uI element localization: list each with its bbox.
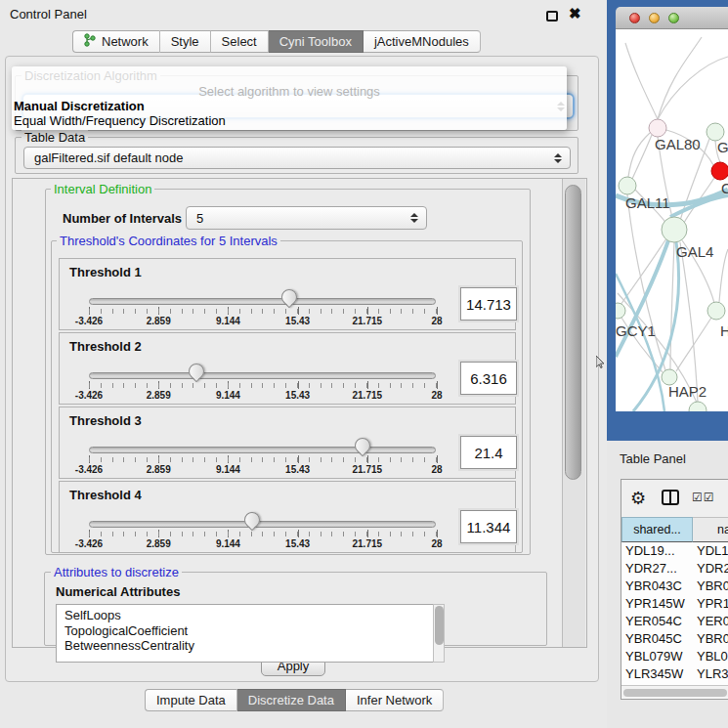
slider-ticks bbox=[89, 457, 437, 462]
slider-tick-labels: -3.4262.8599.14415.4321.71528 bbox=[89, 538, 437, 550]
minimize-traffic-light-icon[interactable] bbox=[649, 13, 660, 23]
network-node-labels: GAL80GACGAL11GAL4GCY1HHAP2 bbox=[616, 136, 728, 400]
threshold-label: Threshold 1 bbox=[69, 265, 142, 279]
node-label: GAL4 bbox=[676, 243, 713, 260]
interval-definition-title: Interval Definition bbox=[51, 182, 154, 196]
slider-track[interactable] bbox=[89, 447, 436, 453]
number-of-intervals-value: 5 bbox=[196, 211, 203, 226]
network-node-H[interactable] bbox=[707, 302, 725, 320]
node-label: HAP2 bbox=[668, 383, 707, 400]
threshold-panel-1: Threshold 1-3.4262.8599.14415.4321.71528… bbox=[59, 258, 516, 330]
select-columns-icon[interactable]: ☑☑ bbox=[692, 491, 715, 504]
attribute-item[interactable]: SelfLoops bbox=[64, 608, 444, 623]
network-node-GCY1[interactable] bbox=[616, 303, 625, 319]
combo-arrows-icon bbox=[554, 153, 562, 163]
close-traffic-light-icon[interactable] bbox=[629, 13, 640, 23]
tab-impute-data[interactable]: Impute Data bbox=[145, 689, 237, 711]
table-panel-title: Table Panel bbox=[620, 451, 686, 466]
algorithm-dropdown-popup: Select algorithm to view settings Manual… bbox=[12, 66, 567, 130]
table-panel: Table Panel ⚙ ☑☑ shared... na YDL19...YD… bbox=[607, 441, 728, 728]
network-node-partial[interactable] bbox=[689, 402, 707, 411]
number-of-intervals-combobox[interactable]: 5 bbox=[186, 206, 427, 230]
control-panel-titlebar: Control Panel ✖ bbox=[0, 0, 606, 27]
attributes-scrollbar-thumb[interactable] bbox=[435, 606, 444, 645]
column-header-shared-name[interactable]: shared... bbox=[621, 517, 693, 542]
column-header-name[interactable]: na bbox=[693, 517, 728, 542]
network-node-GAL80[interactable] bbox=[649, 119, 666, 137]
threshold-label: Threshold 3 bbox=[69, 413, 142, 428]
attributes-group-title: Attributes to discretize bbox=[51, 565, 182, 579]
threshold-value-field[interactable]: 14.713 bbox=[460, 287, 517, 321]
threshold-panel-2: Threshold 2-3.4262.8599.14415.4321.71528… bbox=[59, 332, 516, 405]
float-icon[interactable] bbox=[546, 11, 558, 21]
table-data-value: galFiltered.sif default node bbox=[34, 150, 183, 165]
numerical-attributes-label: Numerical Attributes bbox=[56, 584, 180, 599]
network-node-GAL11[interactable] bbox=[619, 177, 636, 194]
tab-discretize-data[interactable]: Discretize Data bbox=[237, 689, 346, 711]
tab-style[interactable]: Style bbox=[160, 30, 211, 53]
split-columns-icon[interactable] bbox=[662, 490, 679, 505]
table-row[interactable]: YPR145WYPR1 bbox=[621, 595, 728, 613]
combo-arrows-icon bbox=[410, 213, 418, 223]
table-toolbar: ⚙ ☑☑ bbox=[621, 480, 728, 517]
slider-track[interactable] bbox=[89, 372, 436, 379]
slider-track[interactable] bbox=[89, 298, 436, 305]
settings-scrollbar-thumb[interactable] bbox=[565, 185, 581, 480]
slider-tick-labels: -3.4262.8599.14415.4321.71528 bbox=[89, 390, 437, 402]
node-label: GAL11 bbox=[625, 194, 670, 211]
network-icon bbox=[84, 33, 96, 50]
tab-infer-network[interactable]: Infer Network bbox=[346, 689, 444, 711]
tab-network[interactable]: Network bbox=[72, 30, 160, 53]
tab-jactivemnodules[interactable]: jActiveMNodules bbox=[364, 30, 481, 53]
table-data-title: Table Data bbox=[21, 130, 88, 145]
numerical-attributes-list[interactable]: SelfLoopsTopologicalCoefficientBetweenne… bbox=[56, 604, 445, 663]
number-of-intervals-label: Number of Intervals bbox=[63, 211, 182, 226]
algorithm-item-equal-width[interactable]: Equal Width/Frequency Discretization bbox=[12, 113, 567, 128]
table-row[interactable]: YER054CYER0 bbox=[621, 613, 728, 630]
thresholds-group-title: Threshold's Coordinates for 5 Intervals bbox=[57, 234, 280, 248]
slider-tick-labels: -3.4262.8599.14415.4321.71528 bbox=[89, 464, 437, 476]
table-row[interactable]: YLR345WYLR3 bbox=[621, 665, 728, 683]
slider-track[interactable] bbox=[89, 521, 436, 528]
table-row[interactable]: YBR045CYBR0 bbox=[621, 630, 728, 648]
gear-icon[interactable]: ⚙ bbox=[630, 488, 646, 509]
network-node-GAL4[interactable] bbox=[662, 217, 687, 242]
threshold-value-field[interactable]: 6.316 bbox=[460, 362, 517, 395]
network-window-titlebar[interactable] bbox=[616, 7, 728, 29]
mouse-cursor bbox=[596, 355, 606, 372]
tab-network-label: Network bbox=[102, 34, 149, 49]
table-horizontal-scrollbar[interactable] bbox=[621, 685, 728, 698]
table-hscrollbar-thumb[interactable] bbox=[623, 689, 727, 697]
table-row[interactable]: YBR043CYBR0 bbox=[621, 578, 728, 595]
top-tab-bar: Network Style Select Cyni Toolbox jActiv… bbox=[72, 30, 481, 53]
table-row[interactable]: YDL19...YDL1 bbox=[621, 542, 728, 560]
table-row[interactable]: YDR27...YDR2 bbox=[621, 560, 728, 578]
close-icon[interactable]: ✖ bbox=[569, 5, 581, 22]
network-node-C[interactable] bbox=[711, 162, 728, 180]
network-canvas[interactable]: GAL80GACGAL11GAL4GCY1HHAP2 bbox=[616, 29, 728, 411]
zoom-traffic-light-icon[interactable] bbox=[668, 13, 679, 23]
threshold-value-field[interactable]: 21.4 bbox=[460, 436, 517, 469]
threshold-value-field[interactable]: 11.344 bbox=[460, 510, 517, 543]
algorithm-hint-item[interactable]: Select algorithm to view settings bbox=[12, 85, 567, 99]
node-label: H bbox=[720, 322, 728, 339]
tab-select[interactable]: Select bbox=[211, 30, 269, 53]
table-container: ⚙ ☑☑ shared... na YDL19...YDL1YDR27...YD… bbox=[621, 479, 728, 700]
table-rows: YDL19...YDL1YDR27...YDR2YBR043CYBR0YPR14… bbox=[621, 542, 728, 675]
table-data-combobox[interactable]: galFiltered.sif default node bbox=[23, 147, 571, 169]
table-row[interactable]: YBL079WYBL0 bbox=[621, 648, 728, 665]
network-nodes[interactable] bbox=[616, 119, 728, 411]
tab-cyni-toolbox[interactable]: Cyni Toolbox bbox=[269, 30, 364, 53]
threshold-panel-4: Threshold 4-3.4262.8599.14415.4321.71528… bbox=[59, 481, 516, 553]
control-panel: Control Panel ✖ Network Style Select Cyn… bbox=[0, 0, 606, 728]
algorithm-item-manual[interactable]: Manual Discretization bbox=[12, 99, 567, 113]
threshold-label: Threshold 2 bbox=[69, 339, 142, 354]
node-label: GAL80 bbox=[655, 136, 701, 152]
slider-ticks bbox=[89, 309, 437, 314]
attribute-item[interactable]: BetweennessCentrality bbox=[64, 638, 444, 654]
slider-tick-labels: -3.4262.8599.14415.4321.71528 bbox=[89, 316, 437, 327]
bottom-tab-bar: Impute Data Discretize Data Infer Networ… bbox=[145, 689, 444, 711]
threshold-panel-3: Threshold 3-3.4262.8599.14415.4321.71528… bbox=[59, 407, 516, 479]
attribute-item[interactable]: TopologicalCoefficient bbox=[64, 623, 444, 639]
panel-title: Control Panel bbox=[10, 7, 87, 21]
